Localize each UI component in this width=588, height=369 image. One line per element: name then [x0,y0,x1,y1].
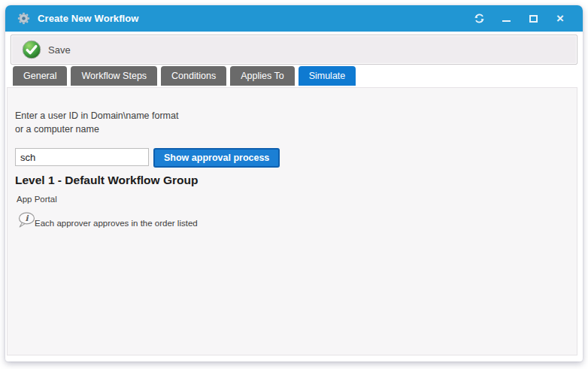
window-title: Create New Workflow [38,13,139,24]
green-check-circle-icon [22,40,41,59]
tab-conditions[interactable]: Conditions [161,66,226,86]
user-id-input[interactable] [15,148,149,166]
title-bar: Create New Workflow × [5,5,583,32]
toolbar: Save [11,35,577,65]
level-heading: Level 1 - Default Workflow Group [15,174,198,187]
group-member: App Portal [17,195,57,204]
minimize-button[interactable] [500,13,512,25]
create-new-workflow-window: Create New Workflow × [5,5,583,361]
save-button[interactable]: Save [19,38,74,61]
close-icon: × [556,13,564,25]
maximize-button[interactable] [527,13,539,25]
tab-applies-to[interactable]: Applies To [230,66,294,86]
refresh-icon[interactable] [473,13,485,25]
tab-simulate[interactable]: Simulate [299,66,356,86]
gear-icon [16,11,31,26]
show-approval-process-button[interactable]: Show approval process [153,148,280,168]
info-row: i Each approver approves in the order li… [17,211,198,230]
screen: Create New Workflow × [0,0,588,369]
minimize-icon [502,20,511,22]
info-note: Each approver approves in the order list… [35,219,198,230]
tab-bar: General Workflow Steps Conditions Applie… [13,66,356,86]
instructions: Enter a user ID in Domain\name format or… [15,109,178,136]
save-label: Save [48,44,71,56]
simulate-input-row: Show approval process [15,148,280,168]
close-button[interactable]: × [554,13,566,25]
instruction-line2: or a computer name [15,122,178,136]
speech-bubble-info-icon: i [17,211,36,230]
simulate-panel: Enter a user ID in Domain\name format or… [7,87,577,355]
window-controls: × [473,13,572,25]
maximize-icon [529,15,538,23]
instruction-line1: Enter a user ID in Domain\name format [15,109,178,122]
tab-workflow-steps[interactable]: Workflow Steps [71,66,157,86]
tab-general[interactable]: General [13,66,67,86]
